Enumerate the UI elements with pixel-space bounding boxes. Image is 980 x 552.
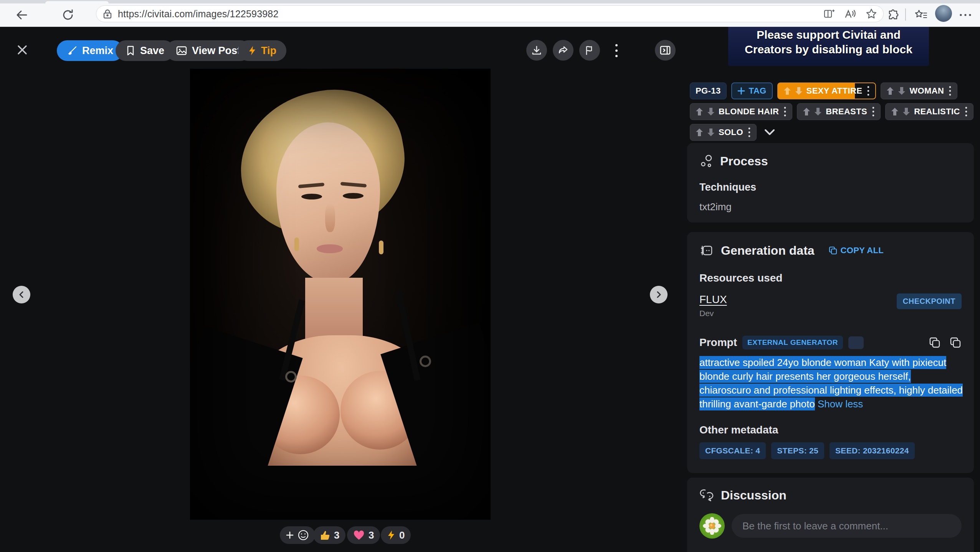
show-less-link[interactable]: Show less xyxy=(818,398,863,410)
previous-image-button[interactable] xyxy=(13,286,30,303)
photo-icon xyxy=(176,45,187,56)
read-aloud-icon[interactable] xyxy=(844,8,856,20)
copy-negative-prompt-icon[interactable] xyxy=(949,336,962,349)
tag-menu-icon[interactable] xyxy=(949,86,952,96)
user-avatar[interactable] xyxy=(699,513,725,539)
zap-count: 0 xyxy=(399,529,405,541)
downvote-icon[interactable] xyxy=(902,107,910,116)
copy-all-button[interactable]: COPY ALL xyxy=(828,246,884,255)
add-reaction-button[interactable] xyxy=(280,526,315,544)
downvote-icon[interactable] xyxy=(898,87,906,95)
tag-label: SEXY ATTIRE xyxy=(806,86,863,96)
downvote-icon[interactable] xyxy=(707,128,715,137)
address-bar[interactable]: https://civitai.com/images/122593982 xyxy=(96,5,884,22)
tag-menu-icon[interactable] xyxy=(748,127,751,138)
back-icon[interactable] xyxy=(15,8,29,22)
downvote-icon[interactable] xyxy=(707,107,715,116)
like-reaction-button[interactable]: 3 xyxy=(313,526,345,544)
upvote-icon[interactable] xyxy=(886,87,894,95)
techniques-label: Techniques xyxy=(699,181,962,193)
view-post-label: View Post xyxy=(192,45,241,57)
like-count: 3 xyxy=(334,529,339,541)
tip-label: Tip xyxy=(261,45,276,57)
tag-solo[interactable]: SOLO xyxy=(690,124,757,141)
collections-icon[interactable] xyxy=(914,8,928,22)
split-screen-icon[interactable] xyxy=(823,8,835,20)
generation-data-title: Generation data xyxy=(721,244,815,258)
resource-row: FLUX Dev CHECKPOINT xyxy=(699,293,962,318)
flag-icon[interactable] xyxy=(579,40,600,61)
more-options-icon[interactable] xyxy=(610,42,623,59)
cfgscale-badge: CFGSCALE: 4 xyxy=(699,442,766,459)
bolt-icon xyxy=(248,45,256,56)
downvote-icon[interactable] xyxy=(814,107,822,116)
upvote-icon[interactable] xyxy=(696,128,703,137)
heart-count: 3 xyxy=(369,529,374,541)
prompt-text[interactable]: attractive spoiled 24yo blonde woman Kat… xyxy=(699,356,964,411)
discussion-icon xyxy=(699,489,715,503)
adblock-banner: Please support Civitai and Creators by d… xyxy=(728,27,929,66)
rating-badge[interactable]: PG-13 xyxy=(690,82,727,99)
heart-reaction-button[interactable]: 3 xyxy=(347,526,380,544)
download-icon[interactable] xyxy=(526,40,547,61)
tag-breasts[interactable]: BREASTS xyxy=(797,103,881,120)
other-metadata-label: Other metadata xyxy=(699,424,962,436)
browser-menu-icon[interactable] xyxy=(958,8,973,22)
browser-chrome: https://civitai.com/images/122593982 xyxy=(0,0,980,27)
steps-badge: STEPS: 25 xyxy=(771,442,824,459)
tag-realistic[interactable]: REALISTIC xyxy=(885,103,973,120)
browser-tab[interactable] xyxy=(45,1,109,3)
upvote-icon[interactable] xyxy=(696,107,703,116)
share-icon[interactable] xyxy=(553,40,573,61)
upvote-icon[interactable] xyxy=(803,107,810,116)
process-title: Process xyxy=(720,154,768,168)
bookmark-icon xyxy=(126,45,136,56)
tag-label: BREASTS xyxy=(826,107,867,117)
add-tag-label: TAG xyxy=(749,86,767,96)
tag-menu-icon[interactable] xyxy=(783,106,787,117)
generation-data-card: Generation data COPY ALL Resources used … xyxy=(687,232,974,473)
brush-icon xyxy=(67,45,78,56)
remix-button[interactable]: Remix xyxy=(57,40,123,61)
external-generator-badge: EXTERNAL GENERATOR xyxy=(742,336,843,349)
comment-input[interactable] xyxy=(732,514,962,538)
upvote-icon[interactable] xyxy=(891,107,899,116)
zap-reaction-button[interactable]: 0 xyxy=(381,526,411,544)
plus-icon xyxy=(737,87,745,95)
discussion-card: Discussion xyxy=(687,478,974,552)
collapse-tags-icon[interactable] xyxy=(761,124,778,141)
tag-list: PG-13 TAG SEXY ATTIRE WOMAN BLO xyxy=(690,82,978,141)
rating-label: PG-13 xyxy=(696,86,721,96)
reload-icon[interactable] xyxy=(61,8,75,22)
tag-woman[interactable]: WOMAN xyxy=(881,82,957,99)
downvote-icon[interactable] xyxy=(795,87,803,95)
adblock-banner-line1: Please support Civitai and xyxy=(757,28,901,42)
tag-menu-icon[interactable] xyxy=(872,106,875,117)
tag-blonde-hair[interactable]: BLONDE HAIR xyxy=(690,103,792,120)
resources-used-label: Resources used xyxy=(699,272,962,284)
tag-menu-icon[interactable] xyxy=(965,106,968,117)
seed-badge: SEED: 2032160224 xyxy=(830,442,915,459)
tip-button[interactable]: Tip xyxy=(238,40,286,61)
toolbar-divider xyxy=(905,8,906,21)
upvote-icon[interactable] xyxy=(783,87,791,95)
add-tag-button[interactable]: TAG xyxy=(731,82,773,99)
resource-type-badge: CHECKPOINT xyxy=(897,293,962,309)
copy-all-label: COPY ALL xyxy=(841,246,884,255)
main-image[interactable] xyxy=(190,69,491,520)
favorite-star-icon[interactable] xyxy=(866,8,877,20)
extra-badge xyxy=(848,336,864,349)
tag-menu-icon[interactable] xyxy=(867,86,870,96)
thumbs-up-icon xyxy=(319,530,330,540)
collapse-sidebar-icon[interactable] xyxy=(655,40,676,61)
next-image-button[interactable] xyxy=(650,286,668,303)
tag-label: SOLO xyxy=(719,127,743,137)
extensions-icon[interactable] xyxy=(886,8,901,22)
daisy-avatar-image xyxy=(702,517,722,535)
browser-profile-avatar[interactable] xyxy=(935,5,952,22)
copy-prompt-icon[interactable] xyxy=(929,336,941,349)
technique-value: txt2img xyxy=(699,201,962,213)
resource-link[interactable]: FLUX xyxy=(699,293,727,306)
tag-sexy-attire[interactable]: SEXY ATTIRE xyxy=(777,82,876,99)
close-icon[interactable] xyxy=(13,41,31,59)
